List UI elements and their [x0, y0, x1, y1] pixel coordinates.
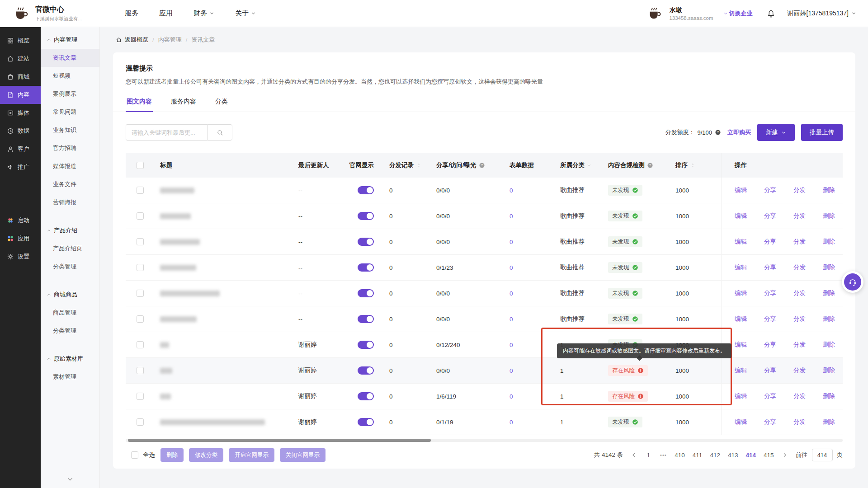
- row-checkbox[interactable]: [137, 341, 144, 348]
- tab[interactable]: 服务内容: [170, 95, 197, 112]
- row-title-redacted[interactable]: [160, 394, 171, 399]
- row-action-link[interactable]: 删除: [823, 186, 835, 194]
- row-action-link[interactable]: 分享: [764, 212, 776, 220]
- sidebar-item[interactable]: 媒体: [0, 104, 41, 122]
- sidebar-item[interactable]: 商城: [0, 68, 41, 86]
- row-action-link[interactable]: 删除: [823, 238, 835, 246]
- row-action-link[interactable]: 删除: [823, 366, 835, 375]
- search-input[interactable]: [126, 124, 207, 141]
- row-action-link[interactable]: 分享: [764, 366, 776, 375]
- subsidebar-item[interactable]: 业务知识: [41, 121, 99, 139]
- site-display-toggle[interactable]: [358, 186, 374, 194]
- row-action-link[interactable]: 编辑: [735, 263, 747, 272]
- subsidebar-item[interactable]: 短视频: [41, 67, 99, 85]
- row-action-link[interactable]: 分发: [793, 418, 806, 426]
- top-nav-item[interactable]: 应用: [159, 9, 173, 18]
- row-checkbox[interactable]: [137, 187, 144, 194]
- row-checkbox[interactable]: [137, 367, 144, 374]
- bulk-action-button[interactable]: 关闭官网显示: [280, 448, 326, 462]
- sidebar-item[interactable]: 应用: [0, 230, 41, 248]
- row-checkbox[interactable]: [137, 315, 144, 323]
- row-checkbox[interactable]: [137, 238, 144, 245]
- form-data-link[interactable]: 0: [509, 264, 513, 271]
- row-action-link[interactable]: 编辑: [735, 289, 747, 297]
- page-number[interactable]: 411: [693, 452, 703, 459]
- form-data-link[interactable]: 0: [509, 187, 513, 194]
- row-checkbox[interactable]: [137, 212, 144, 220]
- row-checkbox[interactable]: [137, 290, 144, 297]
- subsidebar-section-title[interactable]: 内容管理: [41, 31, 99, 49]
- bulk-action-button[interactable]: 开启官网显示: [229, 448, 274, 462]
- sidebar-item[interactable]: 建站: [0, 50, 41, 68]
- subsidebar-item[interactable]: 素材管理: [41, 368, 99, 386]
- subsidebar-item[interactable]: 媒体报道: [41, 157, 99, 175]
- breadcrumb-item[interactable]: 内容管理: [158, 36, 182, 44]
- row-action-link[interactable]: 分享: [764, 418, 776, 426]
- collapse-sidebar-button[interactable]: [66, 475, 74, 485]
- site-display-toggle[interactable]: [358, 315, 374, 323]
- notifications-bell-icon[interactable]: [766, 9, 776, 18]
- row-action-link[interactable]: 删除: [823, 418, 835, 426]
- row-action-link[interactable]: 分享: [764, 392, 776, 400]
- form-data-link[interactable]: 0: [509, 393, 513, 400]
- row-action-link[interactable]: 分发: [793, 238, 806, 246]
- site-display-toggle[interactable]: [358, 212, 374, 220]
- row-action-link[interactable]: 分发: [793, 392, 806, 400]
- sidebar-item[interactable]: 内容: [0, 86, 41, 104]
- row-action-link[interactable]: 分发: [793, 315, 806, 323]
- row-title-redacted[interactable]: [160, 213, 191, 219]
- buy-now-link[interactable]: 立即购买: [727, 128, 751, 136]
- subsidebar-item[interactable]: 营销海报: [41, 193, 99, 211]
- row-action-link[interactable]: 分发: [793, 212, 806, 220]
- top-nav-item[interactable]: 财务: [193, 9, 214, 18]
- site-display-toggle[interactable]: [358, 418, 374, 426]
- pager-ellipsis[interactable]: •••: [660, 452, 667, 458]
- row-action-link[interactable]: 分发: [793, 341, 806, 349]
- row-title-redacted[interactable]: [160, 316, 197, 322]
- header-select-checkbox[interactable]: [137, 162, 144, 169]
- column-header[interactable]: 分发记录: [384, 161, 431, 169]
- row-action-link[interactable]: 分享: [764, 341, 776, 349]
- site-display-toggle[interactable]: [358, 341, 374, 349]
- bulk-action-button[interactable]: 修改分类: [189, 448, 223, 462]
- row-action-link[interactable]: 分发: [793, 263, 806, 272]
- row-action-link[interactable]: 分享: [764, 263, 776, 272]
- site-display-toggle[interactable]: [358, 238, 374, 246]
- column-header[interactable]: 排序: [670, 161, 722, 169]
- top-nav-item[interactable]: 服务: [125, 9, 138, 18]
- subsidebar-item[interactable]: 常见问题: [41, 103, 99, 121]
- user-menu[interactable]: 谢丽婷[13758195137]: [788, 9, 856, 18]
- row-checkbox[interactable]: [137, 393, 144, 400]
- row-action-link[interactable]: 删除: [823, 263, 835, 272]
- tab[interactable]: 图文内容: [126, 95, 153, 112]
- row-title-redacted[interactable]: [160, 239, 200, 245]
- row-action-link[interactable]: 编辑: [735, 366, 747, 375]
- row-checkbox[interactable]: [137, 418, 144, 426]
- page-number[interactable]: 414: [745, 452, 756, 459]
- quota-help-icon[interactable]: ?: [715, 129, 721, 136]
- goto-page-input[interactable]: [812, 449, 833, 461]
- subsidebar-section-title[interactable]: 产品介绍: [41, 221, 99, 239]
- sidebar-item[interactable]: 数据: [0, 122, 41, 140]
- row-action-link[interactable]: 编辑: [735, 212, 747, 220]
- breadcrumb-item[interactable]: 资讯文章: [191, 36, 215, 44]
- subsidebar-item[interactable]: 案例展示: [41, 85, 99, 103]
- subsidebar-section-title[interactable]: 原始素材库: [41, 350, 99, 368]
- row-title-redacted[interactable]: [160, 342, 169, 348]
- prev-page-button[interactable]: [631, 452, 637, 458]
- switch-org-link[interactable]: 切换企业: [723, 9, 753, 18]
- row-action-link[interactable]: 分发: [793, 186, 806, 194]
- row-action-link[interactable]: 删除: [823, 212, 835, 220]
- row-title-redacted[interactable]: [160, 265, 196, 271]
- subsidebar-item[interactable]: 商品管理: [41, 304, 99, 322]
- form-data-link[interactable]: 0: [509, 239, 513, 245]
- site-display-toggle[interactable]: [358, 263, 374, 272]
- horizontal-scrollbar-thumb[interactable]: [128, 439, 431, 442]
- form-data-link[interactable]: 0: [509, 367, 513, 374]
- help-icon[interactable]: ?: [479, 162, 485, 169]
- row-action-link[interactable]: 编辑: [735, 315, 747, 323]
- subsidebar-section-title[interactable]: 商城商品: [41, 286, 99, 304]
- form-data-link[interactable]: 0: [509, 419, 513, 426]
- sidebar-item[interactable]: 推广: [0, 158, 41, 176]
- next-page-button[interactable]: [782, 452, 788, 458]
